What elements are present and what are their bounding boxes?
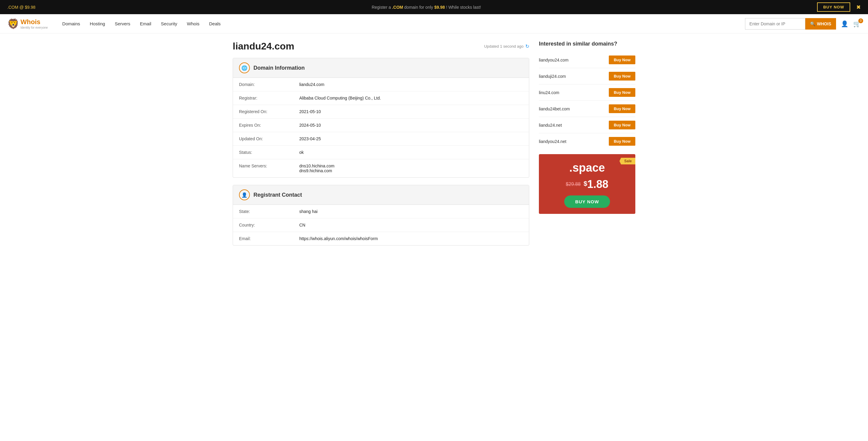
- registrant-title: Registrant Contact: [253, 192, 302, 198]
- table-row: Name Servers: dns10.hichina.com dns9.hic…: [233, 159, 529, 178]
- logo[interactable]: 🦁 Whois Identity for everyone: [7, 18, 48, 30]
- banner-price: $9.98: [434, 5, 445, 10]
- field-value: 2023-04-25: [293, 132, 529, 146]
- table-row: Registrar: Alibaba Cloud Computing (Beij…: [233, 91, 529, 105]
- sale-badge: Sale: [619, 158, 635, 165]
- similar-domain-name: lianduji24.com: [539, 74, 566, 79]
- table-row: Updated On: 2023-04-25: [233, 132, 529, 146]
- nav-email[interactable]: Email: [135, 14, 156, 33]
- field-value: Alibaba Cloud Computing (Beijing) Co., L…: [293, 91, 529, 105]
- sale-tld: .space: [545, 161, 629, 174]
- table-row: Email: https://whois.aliyun.com/whois/wh…: [233, 232, 529, 245]
- table-row: State: shang hai: [233, 205, 529, 218]
- nav-domains[interactable]: Domains: [58, 14, 85, 33]
- domain-info-icon: 🌐: [239, 62, 250, 73]
- nav-whois[interactable]: Whois: [182, 14, 204, 33]
- banner-left-text: .COM @ $9.98: [7, 5, 36, 10]
- cart-badge: 0: [858, 19, 863, 23]
- sale-price-value: 1.88: [587, 178, 609, 190]
- nav-hosting[interactable]: Hosting: [85, 14, 110, 33]
- field-value: liandu24.com: [293, 78, 529, 91]
- field-value: CN: [293, 218, 529, 232]
- user-icon[interactable]: 👤: [841, 20, 848, 27]
- domain-info-header: 🌐 Domain Information: [233, 58, 529, 78]
- banner-right: BUY NOW ✖: [817, 2, 861, 12]
- table-row: Expires On: 2024-05-10: [233, 119, 529, 132]
- dollar-sign: $: [584, 180, 587, 187]
- banner-buy-now-button[interactable]: BUY NOW: [817, 2, 850, 12]
- field-label: Email:: [233, 232, 293, 245]
- banner-end: ! While stocks last!: [446, 5, 481, 10]
- content-right: Interested in similar domains? liandyou2…: [539, 41, 635, 253]
- domain-title: liandu24.com: [233, 41, 294, 52]
- logo-icon: 🦁: [7, 18, 19, 30]
- similar-domain-name: liandu24bet.com: [539, 107, 570, 111]
- main-nav: Domains Hosting Servers Email Security W…: [58, 14, 745, 33]
- refresh-icon[interactable]: ↻: [525, 43, 529, 49]
- field-label: Updated On:: [233, 132, 293, 146]
- table-row: Status: ok: [233, 146, 529, 159]
- table-row: Registered On: 2021-05-10: [233, 105, 529, 119]
- domain-info-title: Domain Information: [253, 65, 305, 71]
- field-label: State:: [233, 205, 293, 218]
- sale-price-row: $29.88 $1.88: [545, 178, 629, 190]
- logo-sub: Identity for everyone: [21, 26, 48, 29]
- sale-buy-button[interactable]: BUY NOW: [564, 196, 610, 208]
- top-banner: .COM @ $9.98 Register a .COM domain for …: [0, 0, 868, 14]
- field-value: ok: [293, 146, 529, 159]
- registrant-header: 👤 Registrant Contact: [233, 185, 529, 205]
- field-value: 2024-05-10: [293, 119, 529, 132]
- buy-now-button-0[interactable]: Buy Now: [609, 56, 635, 64]
- buy-now-button-2[interactable]: Buy Now: [609, 88, 635, 97]
- content-left: liandu24.com Updated 1 second ago ↻ 🌐 Do…: [233, 41, 529, 253]
- field-label: Domain:: [233, 78, 293, 91]
- registrant-icon: 👤: [239, 189, 250, 200]
- buy-now-button-5[interactable]: Buy Now: [609, 137, 635, 146]
- registrant-table: State: shang hai Country: CN Email: http…: [233, 205, 529, 245]
- sale-new-price: $1.88: [584, 178, 608, 190]
- field-label: Status:: [233, 146, 293, 159]
- domain-info-card: 🌐 Domain Information Domain: liandu24.co…: [233, 58, 529, 178]
- main-container: liandu24.com Updated 1 second ago ↻ 🌐 Do…: [223, 33, 645, 260]
- domain-info-table: Domain: liandu24.com Registrar: Alibaba …: [233, 78, 529, 177]
- nav-security[interactable]: Security: [156, 14, 182, 33]
- sale-old-price: $29.88: [566, 182, 581, 187]
- nav-servers[interactable]: Servers: [110, 14, 135, 33]
- field-label: Expires On:: [233, 119, 293, 132]
- table-row: Domain: liandu24.com: [233, 78, 529, 91]
- search-icon: 🔍: [810, 22, 815, 26]
- buy-now-button-3[interactable]: Buy Now: [609, 105, 635, 113]
- buy-now-button-4[interactable]: Buy Now: [609, 121, 635, 129]
- search-area: 🔍 WHOIS 👤 🛒 0: [745, 18, 861, 30]
- domain-title-row: liandu24.com Updated 1 second ago ↻: [233, 41, 529, 52]
- search-input[interactable]: [745, 18, 805, 30]
- field-label: Country:: [233, 218, 293, 232]
- similar-domain-name: liandyou24.net: [539, 139, 566, 144]
- field-label: Registered On:: [233, 105, 293, 119]
- whois-btn-label: WHOIS: [817, 22, 831, 26]
- similar-domains-list: liandyou24.com Buy Now lianduji24.com Bu…: [539, 52, 635, 149]
- buy-now-button-1[interactable]: Buy Now: [609, 72, 635, 81]
- banner-mid: domain for only: [404, 5, 434, 10]
- field-label: Name Servers:: [233, 159, 293, 178]
- field-value: shang hai: [293, 205, 529, 218]
- field-value: https://whois.aliyun.com/whois/whoisForm: [293, 232, 529, 245]
- list-item: liandyou24.com Buy Now: [539, 52, 635, 68]
- similar-domains-title: Interested in similar domains?: [539, 41, 635, 47]
- list-item: liandu24bet.com Buy Now: [539, 101, 635, 117]
- field-value-nameservers: dns10.hichina.com dns9.hichina.com: [293, 159, 529, 178]
- updated-text-row: Updated 1 second ago ↻: [484, 43, 529, 49]
- whois-search-button[interactable]: 🔍 WHOIS: [805, 18, 836, 30]
- list-item: linu24.com Buy Now: [539, 85, 635, 101]
- banner-close-button[interactable]: ✖: [856, 4, 861, 10]
- similar-domain-name: liandyou24.com: [539, 58, 568, 62]
- nav-deals[interactable]: Deals: [204, 14, 225, 33]
- list-item: liandyou24.net Buy Now: [539, 133, 635, 149]
- field-label: Registrar:: [233, 91, 293, 105]
- cart-icon[interactable]: 🛒 0: [853, 20, 861, 27]
- registrant-card: 👤 Registrant Contact State: shang hai Co…: [233, 185, 529, 245]
- banner-bold-com: .COM: [392, 5, 403, 10]
- list-item: lianduji24.com Buy Now: [539, 68, 635, 85]
- field-value: 2021-05-10: [293, 105, 529, 119]
- sale-card: Sale .space $29.88 $1.88 BUY NOW: [539, 154, 635, 214]
